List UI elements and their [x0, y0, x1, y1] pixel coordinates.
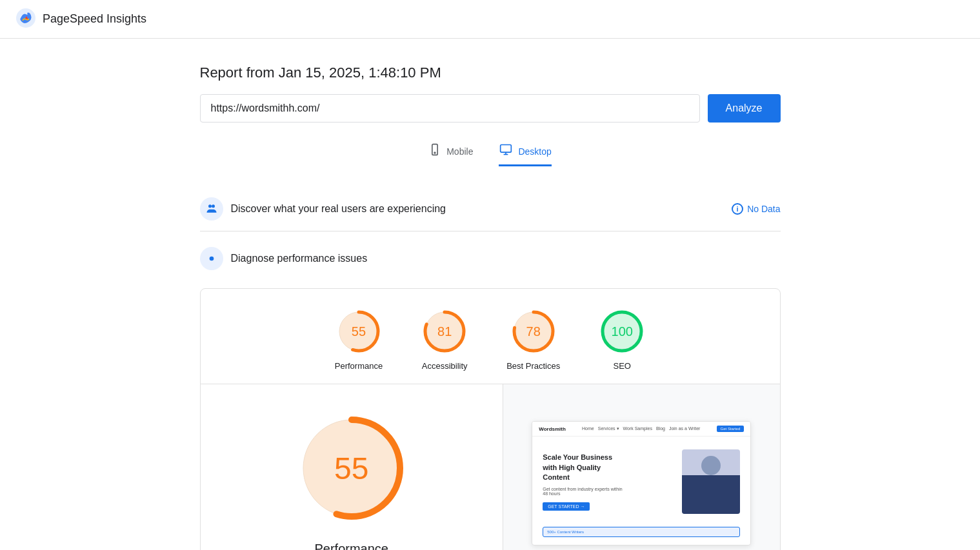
preview-nav-cta: Get Started [717, 426, 745, 432]
large-score-section: 55 Performance Wordsmith Home Services ▾… [201, 384, 780, 550]
report-date: Report from Jan 15, 2025, 1:48:10 PM [200, 64, 781, 81]
diagnose-section: Diagnose performance issues [200, 237, 781, 280]
large-performance-circle: 55 [294, 410, 410, 526]
svg-point-7 [212, 204, 215, 208]
info-icon: i [732, 203, 743, 215]
no-data-label: No Data [747, 204, 780, 214]
mobile-tab[interactable]: Mobile [428, 143, 473, 166]
real-users-section: Discover what your real users are experi… [200, 187, 781, 231]
pagespeed-logo [15, 8, 36, 30]
preview-start-btn: GET STARTED → [543, 502, 590, 511]
app-title: PageSpeed Insights [43, 12, 146, 26]
large-performance-value: 55 [334, 451, 368, 486]
preview-hero-title: Scale Your Business with High Quality Co… [543, 453, 626, 482]
diagnose-icon [200, 247, 223, 270]
performance-label: Performance [335, 361, 383, 371]
score-card: 55 Performance 81 Accessibility [200, 288, 781, 550]
real-users-left: Discover what your real users are experi… [200, 197, 446, 221]
analyze-button[interactable]: Analyze [708, 94, 781, 123]
score-accessibility[interactable]: 81 Accessibility [421, 308, 468, 371]
large-performance-label: Performance [315, 542, 389, 550]
website-preview: Wordsmith Home Services ▾ Work Samples B… [503, 384, 780, 550]
best-practices-value: 78 [526, 324, 541, 339]
score-seo[interactable]: 100 SEO [599, 308, 645, 371]
accessibility-label: Accessibility [422, 361, 468, 371]
svg-point-2 [434, 152, 435, 153]
performance-circle: 55 [335, 308, 382, 355]
preview-hero-text: Scale Your Business with High Quality Co… [543, 453, 626, 510]
seo-label: SEO [614, 361, 631, 371]
diagnose-title: Diagnose performance issues [231, 253, 368, 264]
seo-circle: 100 [599, 308, 645, 355]
main-content: Report from Jan 15, 2025, 1:48:10 PM Ana… [187, 39, 794, 550]
score-best-practices[interactable]: 78 Best Practices [506, 308, 560, 371]
seo-value: 100 [612, 324, 633, 339]
preview-brand: Wordsmith [539, 426, 566, 432]
scores-row: 55 Performance 81 Accessibility [201, 289, 780, 384]
diagnose-left: Diagnose performance issues [200, 247, 368, 270]
mobile-icon [428, 143, 441, 159]
svg-point-6 [208, 204, 212, 208]
preview-navbar: Wordsmith Home Services ▾ Work Samples B… [532, 422, 750, 437]
accessibility-value: 81 [437, 324, 452, 339]
svg-rect-3 [501, 145, 512, 153]
preview-hero-sub: Get content from industry experts within… [543, 487, 626, 496]
preview-person-image [682, 449, 740, 514]
real-users-icon [200, 197, 223, 221]
preview-nav-links: Home Services ▾ Work Samples Blog Join a… [582, 426, 700, 431]
desktop-icon [499, 143, 513, 159]
device-tabs: Mobile Desktop [200, 143, 781, 166]
no-data-badge: i No Data [732, 203, 780, 215]
large-score-left: 55 Performance [201, 384, 503, 550]
desktop-tab-label: Desktop [518, 146, 551, 157]
performance-value: 55 [352, 324, 366, 339]
preview-mockup: Wordsmith Home Services ▾ Work Samples B… [532, 421, 751, 545]
best-practices-label: Best Practices [506, 361, 560, 371]
best-practices-circle: 78 [510, 308, 557, 355]
preview-badge: 500+ Content Writers [543, 527, 740, 537]
desktop-tab[interactable]: Desktop [499, 143, 551, 166]
mobile-tab-label: Mobile [446, 146, 473, 157]
real-users-title: Discover what your real users are experi… [231, 203, 446, 215]
preview-hero: Scale Your Business with High Quality Co… [532, 437, 750, 527]
score-performance[interactable]: 55 Performance [335, 308, 383, 371]
url-row: Analyze [200, 94, 781, 123]
svg-point-9 [209, 257, 214, 261]
accessibility-circle: 81 [421, 308, 468, 355]
url-input[interactable] [200, 94, 700, 123]
app-header: PageSpeed Insights [0, 0, 980, 39]
